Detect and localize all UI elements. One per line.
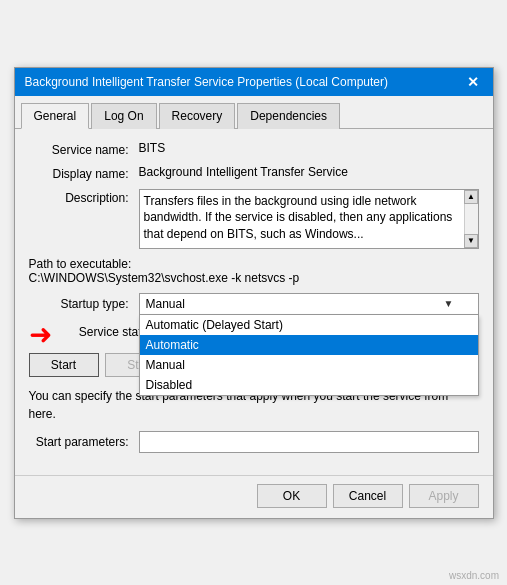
window-title: Background Intelligent Transfer Service … [25, 75, 389, 89]
startup-dropdown[interactable]: Manual ▼ [139, 293, 479, 315]
display-name-label: Display name: [29, 165, 139, 181]
startup-row: Startup type: Manual ▼ Automatic (Delaye… [29, 293, 479, 315]
tab-logon[interactable]: Log On [91, 103, 156, 129]
scroll-up-btn[interactable]: ▲ [464, 190, 478, 204]
red-arrow-icon: ➜ [29, 321, 52, 349]
service-name-label: Service name: [29, 141, 139, 157]
scrollbar[interactable]: ▲ ▼ [464, 190, 478, 248]
startup-selected: Manual [146, 297, 185, 311]
startup-dropdown-container: Manual ▼ Automatic (Delayed Start) Autom… [139, 293, 479, 315]
startup-option-delayed[interactable]: Automatic (Delayed Start) [140, 315, 478, 335]
start-params-input[interactable] [139, 431, 479, 453]
service-name-row: Service name: BITS [29, 141, 479, 157]
bottom-button-bar: OK Cancel Apply [15, 475, 493, 518]
properties-window: Background Intelligent Transfer Service … [14, 67, 494, 519]
description-row: Description: Transfers files in the back… [29, 189, 479, 249]
description-label: Description: [29, 189, 139, 205]
startup-dropdown-list: Automatic (Delayed Start) Automatic Manu… [139, 315, 479, 396]
apply-button[interactable]: Apply [409, 484, 479, 508]
tab-general[interactable]: General [21, 103, 90, 129]
startup-option-manual[interactable]: Manual [140, 355, 478, 375]
dropdown-arrow-icon: ▼ [444, 298, 454, 309]
service-name-value: BITS [139, 141, 479, 155]
path-value: C:\WINDOWS\System32\svchost.exe -k netsv… [29, 271, 300, 285]
tab-recovery[interactable]: Recovery [159, 103, 236, 129]
startup-option-disabled[interactable]: Disabled [140, 375, 478, 395]
description-box[interactable]: Transfers files in the background using … [139, 189, 479, 249]
startup-label: Startup type: [29, 297, 139, 311]
display-name-row: Display name: Background Intelligent Tra… [29, 165, 479, 181]
start-params-row: Start parameters: [29, 431, 479, 453]
start-params-label: Start parameters: [29, 435, 139, 449]
description-text: Transfers files in the background using … [144, 194, 453, 242]
tab-content: Service name: BITS Display name: Backgro… [15, 129, 493, 475]
title-bar: Background Intelligent Transfer Service … [15, 68, 493, 96]
tab-bar: General Log On Recovery Dependencies [15, 96, 493, 129]
ok-button[interactable]: OK [257, 484, 327, 508]
display-name-value: Background Intelligent Transfer Service [139, 165, 479, 179]
close-button[interactable]: ✕ [463, 74, 483, 90]
scroll-down-btn[interactable]: ▼ [464, 234, 478, 248]
path-row: Path to executable: C:\WINDOWS\System32\… [29, 257, 479, 285]
path-label: Path to executable: [29, 257, 132, 271]
tab-dependencies[interactable]: Dependencies [237, 103, 340, 129]
watermark: wsxdn.com [449, 570, 499, 581]
startup-option-automatic[interactable]: Automatic [140, 335, 478, 355]
cancel-button[interactable]: Cancel [333, 484, 403, 508]
start-button[interactable]: Start [29, 353, 99, 377]
